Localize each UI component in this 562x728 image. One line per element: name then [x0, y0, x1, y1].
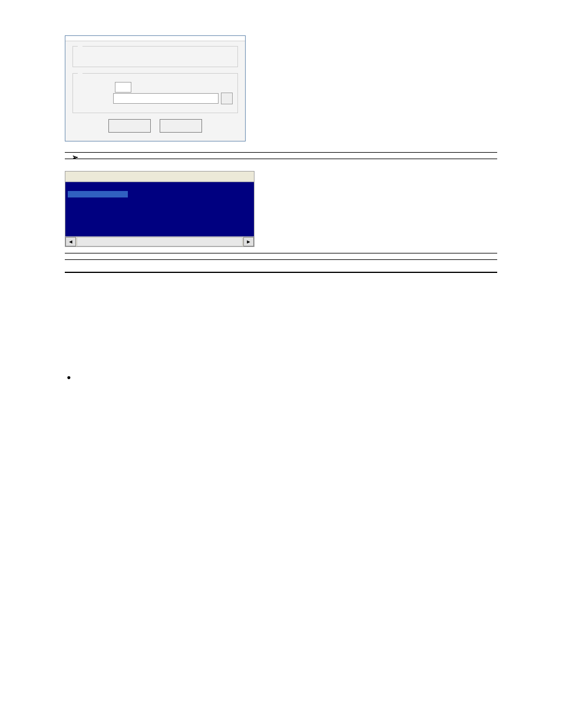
dialog-title: [65, 36, 245, 41]
minutes-input[interactable]: [115, 82, 131, 93]
save-folder-input[interactable]: [113, 93, 219, 104]
bullet-icon: ●: [65, 373, 73, 381]
scroll-track[interactable]: [77, 237, 243, 246]
footer-left: ●: [65, 373, 73, 381]
sms-settings-dialog: [65, 35, 246, 141]
group-legend-sms: [78, 70, 82, 77]
scroll-left-icon[interactable]: ◄: [65, 237, 76, 246]
scroll-right-icon[interactable]: ►: [243, 237, 254, 246]
time-row: [78, 82, 233, 93]
save-row: [78, 93, 233, 104]
terminal-scrollbar[interactable]: ◄ ►: [65, 236, 254, 246]
browse-button[interactable]: [221, 93, 233, 104]
terminal-content: [65, 182, 254, 236]
sms-settings-group: [72, 73, 238, 113]
cancel-button[interactable]: [160, 119, 202, 133]
page-footer: ●: [65, 373, 497, 381]
note-box-2: [65, 253, 497, 260]
dialog-body: [65, 41, 245, 141]
terminal-window: ◄ ►: [65, 171, 254, 247]
ok-button[interactable]: [108, 119, 151, 133]
dialog-buttons: [71, 119, 239, 134]
note-box-1: [65, 152, 497, 159]
serial-link-heading: [65, 272, 497, 279]
terminal-menu: [65, 172, 254, 181]
group-legend-phone: [78, 43, 82, 50]
phone-settings-group: [72, 46, 238, 67]
